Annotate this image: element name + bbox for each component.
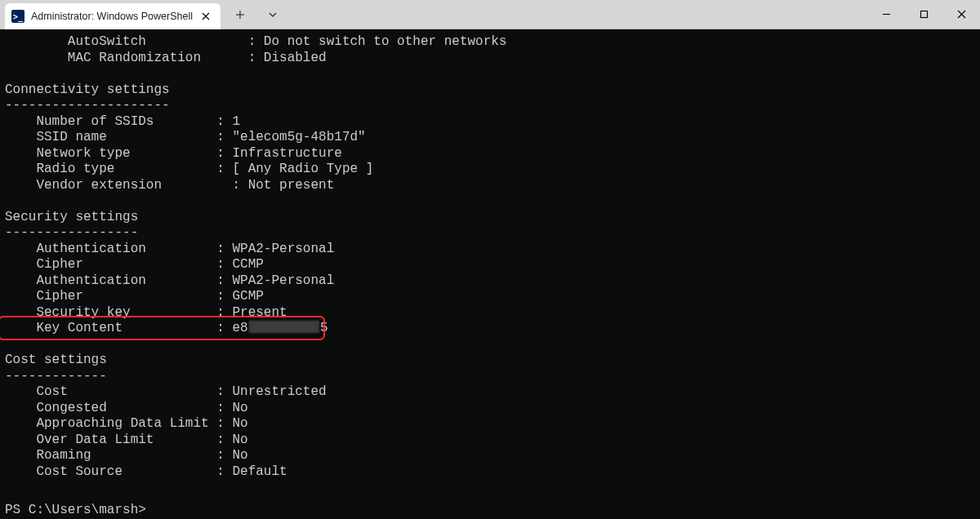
output-line: Vendor extension : Not present [5,178,975,194]
field-separator: : [240,34,264,51]
plus-icon [235,10,245,20]
field-key: Cipher [5,257,209,273]
output-line: Key Content : e85 [5,321,975,337]
field-value: Default [232,464,287,481]
output-line: Cipher : CCMP [5,257,975,273]
field-key: MAC Randomization [5,51,240,67]
section-header: Cost settings [5,353,975,369]
output-line: Approaching Data Limit : No [5,416,975,432]
terminal-output[interactable]: AutoSwitch : Do not switch to other netw… [0,29,980,519]
section-header: Security settings [5,210,975,226]
field-separator: : [209,146,233,162]
field-separator: : [209,130,233,146]
field-value: Present [232,305,287,322]
svg-rect-5 [920,11,927,18]
field-key: Approaching Data Limit [5,416,209,432]
field-separator: : [209,305,233,322]
field-key: Number of SSIDs [5,114,209,131]
field-value: Not present [248,178,335,194]
output-line: Security key : Present [5,305,975,322]
section-underline: --------------------- [5,98,975,114]
field-value-redacted: e85 [232,321,327,337]
field-key: Authentication [5,273,209,290]
field-key: Network type [5,146,209,162]
output-line: Cipher : GCMP [5,289,975,305]
minimize-icon [882,10,891,19]
powershell-icon: >_ [11,10,24,23]
field-key: Cost [5,384,209,401]
maximize-button[interactable] [905,0,942,29]
field-separator: : [240,51,264,67]
tabbar-actions [220,0,284,29]
field-value: [ Any Radio Type ] [232,162,373,178]
output-line: Radio type : [ Any Radio Type ] [5,162,975,178]
field-value: "elecom5g-48b17d" [232,130,365,146]
tab-close-button[interactable] [198,8,214,24]
field-value: CCMP [232,257,263,273]
field-key: Vendor extension [5,178,209,194]
field-key: Cipher [5,289,209,305]
field-key: Cost Source [5,464,209,481]
output-line: Cost : Unrestricted [5,384,975,401]
field-value: No [232,448,247,464]
field-separator: : [209,432,233,449]
output-line: Over Data Limit : No [5,432,975,449]
output-line: Network type : Infrastructure [5,146,975,162]
field-separator: : [209,242,233,258]
field-value: Unrestricted [232,384,326,401]
section-underline: ------------- [5,369,975,385]
field-separator: : [209,178,248,194]
tab-powershell[interactable]: >_ Administrator: Windows PowerShell [5,3,220,29]
tab-title: Administrator: Windows PowerShell [31,11,193,22]
field-separator: : [209,401,233,417]
field-value: Disabled [264,51,327,67]
field-value: Infrastructure [232,146,341,162]
output-line: Authentication : WPA2-Personal [5,273,975,290]
minimize-button[interactable] [867,0,905,29]
tab-dropdown-button[interactable] [261,3,284,26]
field-value: No [232,432,247,449]
field-key: Key Content [5,321,209,337]
field-key: Over Data Limit [5,432,209,449]
field-value: No [232,416,247,432]
close-icon [202,12,210,20]
chevron-down-icon [268,10,278,20]
titlebar: >_ Administrator: Windows PowerShell [0,0,980,29]
field-key: AutoSwitch [5,34,240,51]
output-line: Cost Source : Default [5,464,975,481]
window-controls [867,0,980,29]
field-separator: : [209,448,233,464]
window-close-button[interactable] [942,0,980,29]
field-separator: : [209,273,233,290]
field-key: Security key [5,305,209,322]
field-separator: : [209,289,233,305]
field-key: Congested [5,401,209,417]
field-key: SSID name [5,130,209,146]
field-value: No [232,401,247,417]
field-separator: : [209,321,233,337]
output-line: MAC Randomization : Disabled [5,51,975,67]
redacted-span [249,321,319,333]
field-value: WPA2-Personal [232,273,334,290]
field-separator: : [209,257,233,273]
field-separator: : [209,114,233,131]
field-value: WPA2-Personal [232,242,334,258]
output-line: Congested : No [5,401,975,417]
field-separator: : [209,162,233,178]
output-line: Authentication : WPA2-Personal [5,242,975,258]
field-separator: : [209,464,233,481]
maximize-icon [920,10,929,19]
output-line: Number of SSIDs : 1 [5,114,975,131]
field-value: GCMP [232,289,263,305]
close-icon [957,10,966,19]
output-line: Roaming : No [5,448,975,464]
output-line: SSID name : "elecom5g-48b17d" [5,130,975,146]
field-key: Authentication [5,242,209,258]
new-tab-button[interactable] [229,3,252,26]
prompt[interactable]: PS C:\Users\marsh> [5,503,975,519]
section-underline: ----------------- [5,225,975,242]
field-key: Radio type [5,162,209,178]
field-value: Do not switch to other networks [264,34,507,51]
field-separator: : [209,384,233,401]
field-value: 1 [232,114,240,131]
